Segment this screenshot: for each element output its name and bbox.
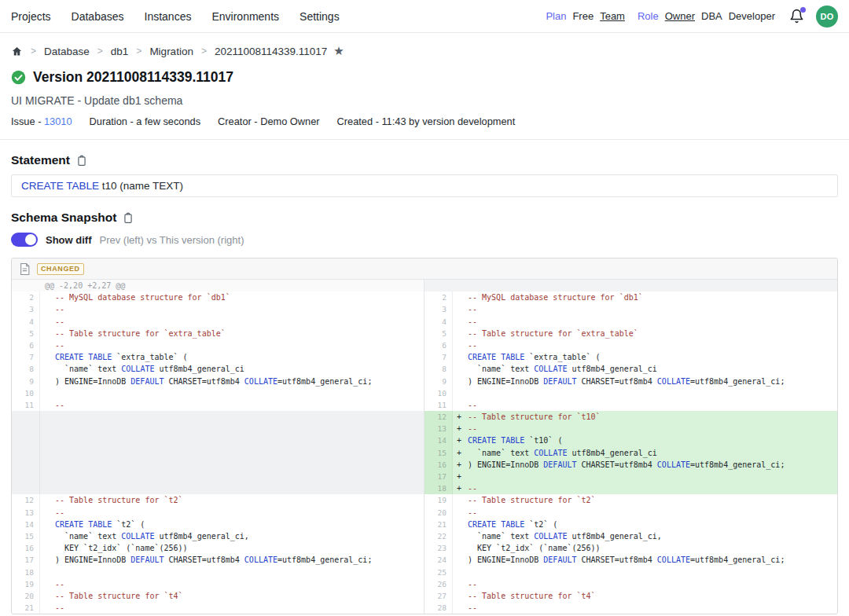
code-line: --: [40, 316, 424, 328]
diff-row: 24) ENGINE=InnoDB DEFAULT CHARSET=utf8mb…: [424, 554, 837, 566]
sql-text: =utf8mb4_general_ci;: [690, 377, 785, 386]
line-number: 11: [12, 399, 40, 411]
diff-row: 20--: [424, 507, 837, 519]
sql-comment: -- Table structure for `t4`: [55, 592, 183, 600]
code-line: `name` text COLLATE utf8mb4_general_ci: [40, 363, 424, 375]
nav-item-databases[interactable]: Databases: [72, 10, 124, 23]
sql-text: utf8mb4_general_ci,: [567, 532, 661, 541]
sql-text: CHARSET=utf8mb4: [576, 460, 656, 469]
sql-text: `extra_table` (: [112, 353, 187, 361]
breadcrumb-separator: >: [31, 46, 36, 57]
line-number: 20: [424, 507, 453, 519]
added-line-marker: +: [457, 471, 461, 482]
diff-hint-text: Prev (left) vs This version (right): [100, 234, 244, 246]
sql-comment: --: [55, 305, 64, 314]
code-line: -- Table structure for `extra_table`: [453, 328, 837, 339]
diff-row: 19--: [12, 578, 424, 590]
nav-item-projects[interactable]: Projects: [11, 10, 51, 23]
star-icon[interactable]: ★: [333, 44, 344, 58]
nav-item-settings[interactable]: Settings: [300, 10, 340, 23]
sql-text: ) ENGINE=InnoDB: [55, 377, 130, 386]
sql-comment: --: [55, 401, 64, 409]
breadcrumb-item-migration[interactable]: Migration: [149, 46, 193, 57]
diff-row: 28--: [424, 602, 837, 614]
sql-comment: -- Table structure for `t4`: [468, 592, 596, 600]
sql-text: ) ENGINE=InnoDB: [55, 556, 130, 564]
code-line: -- Table structure for `t4`: [453, 590, 837, 602]
nav-right: PlanFreeTeamRoleOwnerDBADeveloper DO: [546, 6, 838, 28]
code-line: [40, 434, 424, 446]
diff-gap-row: [12, 434, 424, 446]
line-number: 14: [424, 434, 453, 446]
line-number: 6: [12, 339, 40, 351]
sql-comment: -- Table structure for `t2`: [55, 496, 183, 504]
plan-team-link[interactable]: Team: [600, 10, 625, 22]
sql-comment: --: [468, 424, 477, 433]
issue-link[interactable]: 13010: [44, 116, 72, 127]
sql-comment: --: [468, 603, 477, 612]
diff-row: 21--: [12, 602, 424, 614]
line-number: 7: [424, 351, 453, 363]
sql-text: utf8mb4_general_ci: [567, 365, 656, 373]
diff-right-column: 2-- MySQL database structure for `db1`3-…: [424, 280, 837, 614]
copy-snapshot-icon[interactable]: [123, 212, 134, 224]
role-dba: DBA: [701, 10, 722, 22]
sql-keyword: COLLATE: [534, 365, 567, 373]
line-number: [12, 447, 40, 459]
line-number: [12, 411, 40, 423]
diff-row: 9) ENGINE=InnoDB DEFAULT CHARSET=utf8mb4…: [424, 376, 837, 387]
sql-text: t10 (name TEXT): [99, 180, 183, 192]
role-label: Role: [638, 10, 659, 22]
code-line: -- Table structure for `extra_table`: [40, 328, 424, 339]
code-line: --: [453, 578, 837, 590]
notifications-bell-icon[interactable]: [789, 9, 805, 24]
sql-comment: -- Table structure for `extra_table`: [55, 329, 226, 338]
copy-statement-icon[interactable]: [76, 155, 87, 167]
diff-row: 13+--: [424, 423, 837, 434]
line-number: [12, 459, 40, 471]
code-line: `name` text COLLATE utf8mb4_general_ci,: [40, 530, 424, 542]
diff-row: 17+: [424, 471, 837, 482]
sql-text: =utf8mb4_general_ci;: [277, 556, 372, 564]
hunk-header-row: [424, 280, 837, 292]
code-line: ) ENGINE=InnoDB DEFAULT CHARSET=utf8mb4 …: [453, 376, 837, 387]
role-owner-link[interactable]: Owner: [665, 10, 695, 22]
code-line: `name` text COLLATE utf8mb4_general_ci,: [453, 530, 837, 542]
home-icon[interactable]: [11, 46, 23, 57]
sql-text: CHARSET=utf8mb4: [164, 556, 244, 564]
sql-keyword: COLLATE: [657, 377, 690, 386]
hunk-placeholder: [424, 280, 837, 292]
code-line: ) ENGINE=InnoDB DEFAULT CHARSET=utf8mb4 …: [40, 376, 424, 387]
line-number: [12, 423, 40, 434]
sql-keyword: CREATE TABLE: [21, 180, 99, 192]
line-number: 18: [12, 566, 40, 578]
breadcrumb-item-database[interactable]: Database: [44, 46, 90, 57]
nav-item-instances[interactable]: Instances: [145, 10, 192, 23]
diff-row: 2-- MySQL database structure for `db1`: [12, 292, 424, 303]
sql-text: CHARSET=utf8mb4: [576, 556, 656, 564]
diff-row: 5-- Table structure for `extra_table`: [424, 328, 837, 339]
sql-text: `name` text: [468, 365, 534, 373]
breadcrumb-item-db1[interactable]: db1: [111, 46, 129, 57]
sql-comment: --: [468, 484, 477, 493]
diff-row: 14+CREATE TABLE `t10` (: [424, 434, 837, 446]
sql-comment: --: [468, 580, 477, 588]
sql-comment: --: [468, 341, 477, 350]
hunk-header-row: @@ -2,20 +2,27 @@: [12, 280, 424, 292]
sql-text: `t2` (: [112, 520, 145, 529]
diff-row: 3--: [12, 303, 424, 315]
nav-item-environments[interactable]: Environments: [211, 10, 279, 23]
diff-row: 19-- Table structure for `t2`: [424, 494, 837, 506]
user-avatar[interactable]: DO: [816, 6, 838, 28]
migration-description: UI MIGRATE - Update db1 schema: [11, 94, 838, 107]
sql-text: ) ENGINE=InnoDB: [468, 556, 543, 564]
meta-row: Issue - 13010Duration - a few secondsCre…: [11, 116, 838, 127]
sql-comment: --: [55, 603, 64, 612]
line-number: 17: [12, 554, 40, 566]
diff-row: 7CREATE TABLE `extra_table` (: [424, 351, 837, 363]
show-diff-toggle[interactable]: [11, 233, 38, 247]
sql-keyword: COLLATE: [244, 556, 277, 564]
meta-item-3: Created - 11:43 by version development: [337, 116, 516, 127]
diff-row: 25: [424, 566, 837, 578]
diff-gap-row: [12, 459, 424, 471]
